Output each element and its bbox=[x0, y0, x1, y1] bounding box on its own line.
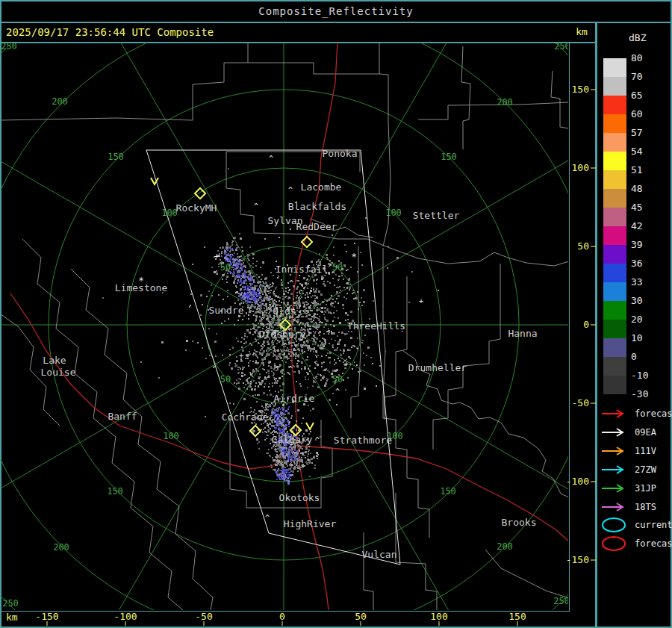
legend-row-arrow: 18TS bbox=[600, 501, 656, 513]
legend-arrow-icon bbox=[600, 501, 629, 513]
colorbar-tick-label: 33 bbox=[631, 276, 661, 287]
header-row: 2025/09/17 23:56:44 UTC Composite km bbox=[0, 23, 596, 43]
right-axis-unit: km bbox=[569, 26, 594, 37]
legend-row-arrow: 31JP bbox=[600, 482, 656, 494]
legend-arrow-icon bbox=[600, 408, 629, 420]
colorbar-band bbox=[603, 376, 626, 394]
radar-app-window: { "window": { "title": "Composite_Reflec… bbox=[0, 0, 672, 628]
colorbar-panel: dBZ 807065605754514845423936333020100-10… bbox=[597, 23, 672, 628]
legend-label: forecast bbox=[635, 408, 672, 419]
title-bar: Composite_Reflectivity bbox=[0, 0, 672, 23]
legend-ellipse-icon bbox=[600, 535, 629, 553]
legend-ellipse-icon bbox=[600, 516, 629, 534]
colorbar-band bbox=[603, 320, 626, 338]
colorbar-tick-label: 39 bbox=[631, 239, 661, 250]
legend-arrow-icon bbox=[600, 464, 629, 476]
colorbar-band bbox=[603, 133, 626, 152]
colorbar-tick-label: 54 bbox=[631, 146, 661, 157]
colorbar-tick-label: 45 bbox=[631, 202, 661, 213]
colorbar-band bbox=[603, 96, 626, 114]
colorbar-band bbox=[603, 282, 626, 301]
colorbar-title: dBZ bbox=[629, 32, 646, 43]
colorbar-tick-label: 70 bbox=[631, 71, 661, 82]
colorbar-band bbox=[603, 170, 626, 189]
timestamp-label: 2025/09/17 23:56:44 UTC Composite bbox=[6, 26, 214, 38]
colorbar-tick-label: 20 bbox=[631, 314, 661, 325]
window-title: Composite_Reflectivity bbox=[258, 5, 413, 17]
colorbar-band bbox=[603, 77, 626, 96]
colorbar-band bbox=[603, 114, 626, 133]
legend-label: forecast bbox=[635, 538, 672, 549]
legend-label: 27ZW bbox=[635, 464, 656, 475]
legend-row-ellipse: forecast bbox=[600, 535, 672, 553]
colorbar-band bbox=[603, 338, 626, 357]
colorbar-band bbox=[603, 357, 626, 376]
map-border bbox=[0, 42, 570, 612]
legend-arrow-icon bbox=[600, 426, 629, 438]
colorbar-tick-label: 0 bbox=[631, 351, 661, 362]
colorbar-band bbox=[603, 226, 626, 245]
legend-label: 18TS bbox=[635, 502, 656, 512]
colorbar-tick-label: 48 bbox=[631, 183, 661, 194]
legend-label: 09EA bbox=[635, 427, 656, 438]
colorbar-tick-label: 51 bbox=[631, 164, 661, 175]
colorbar-tick-label: -10 bbox=[631, 370, 661, 381]
colorbar-tick-label: 10 bbox=[631, 332, 661, 343]
legend-arrow-icon bbox=[600, 445, 629, 457]
colorbar-tick-label: 57 bbox=[631, 127, 661, 138]
legend-row-arrow: forecast bbox=[600, 408, 672, 420]
legend-label: current bbox=[635, 520, 672, 530]
colorbar-tick-label: 30 bbox=[631, 295, 661, 306]
colorbar-band bbox=[603, 189, 626, 208]
legend-row-arrow: 111V bbox=[600, 445, 656, 457]
colorbar-tick-label: 42 bbox=[631, 220, 661, 231]
colorbar-band bbox=[603, 264, 626, 282]
colorbar-tick-label: -30 bbox=[631, 388, 661, 400]
legend-row-arrow: 09EA bbox=[600, 426, 656, 438]
legend-arrow-icon bbox=[600, 482, 629, 494]
colorbar-band bbox=[603, 245, 626, 264]
colorbar-band bbox=[603, 208, 626, 226]
colorbar-band bbox=[603, 301, 626, 320]
colorbar-tick-label: 80 bbox=[631, 52, 661, 63]
colorbar-tick-label: 36 bbox=[631, 258, 661, 269]
colorbar-band bbox=[603, 58, 626, 77]
colorbar-tick-label: 60 bbox=[631, 108, 661, 119]
legend-label: 31JP bbox=[635, 483, 656, 494]
legend-row-arrow: 27ZW bbox=[600, 464, 656, 476]
legend-label: 111V bbox=[635, 446, 656, 456]
legend-row-ellipse: current bbox=[600, 516, 672, 534]
colorbar-band bbox=[603, 152, 626, 170]
colorbar-tick-label: 65 bbox=[631, 90, 661, 101]
